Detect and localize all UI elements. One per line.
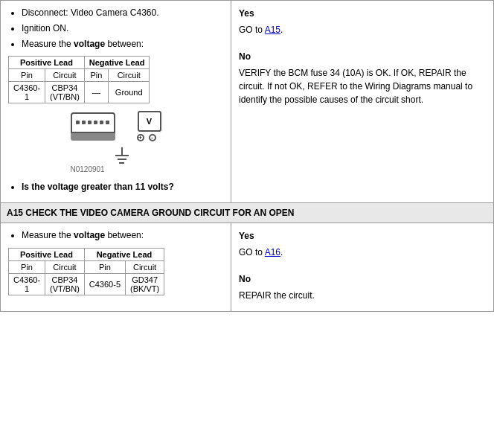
positive-lead-header-2: Positive Lead: [9, 248, 85, 260]
cell-circuit-val-1-2: CBP34(VT/BN): [45, 273, 85, 295]
bold-voltage: voltage: [74, 39, 105, 49]
yes-label-2: Yes: [239, 229, 486, 243]
row-2: A15 CHECK THE VIDEO CAMERA GROUND CIRCUI…: [1, 203, 493, 311]
lead-table-2: Positive Lead Negative Lead Pin Circuit …: [8, 248, 164, 295]
left-col-1: Disconnect: Video Camera C4360. Ignition…: [1, 1, 231, 202]
col-circuit-1: Circuit: [45, 69, 85, 82]
table-subheader-row: Pin Circuit Pin Circuit: [9, 69, 150, 82]
row-2-content: Measure the voltage between: Positive Le…: [1, 223, 493, 311]
col-pin-2: Pin: [84, 69, 108, 82]
yes-action-2: GO to A16.: [239, 246, 486, 259]
negative-lead-header-2: Negative Lead: [84, 248, 164, 260]
bullet-measure-2: Measure the voltage between:: [22, 229, 223, 242]
bullet-item: Disconnect: Video Camera C4360.: [22, 7, 223, 19]
ground-symbol: [115, 147, 129, 164]
negative-lead-header: Negative Lead: [84, 57, 150, 69]
yes-link-1[interactable]: A15: [265, 25, 280, 35]
no-action-2: REPAIR the circuit.: [239, 289, 486, 302]
main-container: Disconnect: Video Camera C4360. Ignition…: [0, 0, 494, 312]
voltage-question: Is the voltage greater than 11 volts?: [8, 181, 223, 193]
table-subheader-row-2: Pin Circuit Pin Circuit: [9, 260, 164, 273]
col-circuit-2-2: Circuit: [126, 260, 164, 273]
row-1: Disconnect: Video Camera C4360. Ignition…: [1, 1, 493, 203]
bold-voltage-2: voltage: [74, 230, 105, 240]
voltmeter-icon: V: [138, 111, 161, 132]
positive-lead-header: Positive Lead: [9, 57, 85, 69]
lead-table-1: Positive Lead Negative Lead Pin Circuit …: [8, 56, 150, 103]
col-circuit-2: Circuit: [109, 69, 150, 82]
bullet-item: Measure the voltage between:: [22, 38, 223, 51]
no-label-1: No: [239, 50, 486, 63]
bullet-list-1: Disconnect: Video Camera C4360. Ignition…: [8, 7, 223, 50]
right-col-2: Yes GO to A16. No REPAIR the circuit.: [231, 223, 493, 311]
table-header-row: Positive Lead Negative Lead: [9, 57, 150, 69]
yes-label-1: Yes: [239, 7, 486, 20]
cell-circuit-val-1: CBP34(VT/BN): [45, 82, 85, 103]
col-pin-1-2: Pin: [9, 260, 45, 273]
col-pin-2-2: Pin: [84, 260, 125, 273]
col-pin-1: Pin: [9, 69, 45, 82]
bullet-item: Ignition ON.: [22, 22, 223, 35]
no-label-2: No: [239, 272, 486, 286]
no-action-1: VERIFY the BCM fuse 34 (10A) is OK. If O…: [239, 66, 486, 106]
right-col-1: Yes GO to A15. No VERIFY the BCM fuse 34…: [231, 1, 493, 202]
section-header-a15: A15 CHECK THE VIDEO CAMERA GROUND CIRCUI…: [1, 203, 493, 223]
cell-circuit-val-2-2: GD347(BK/VT): [126, 273, 164, 295]
table-data-row-2: C4360-1 CBP34(VT/BN) C4360-5 GD347(BK/VT…: [9, 273, 164, 295]
bullet-list-2: Measure the voltage between:: [8, 229, 223, 242]
cell-pin-val-1: C4360-1: [9, 82, 45, 103]
yes-no-section-2: Yes GO to A16. No REPAIR the circuit.: [239, 229, 486, 302]
yes-no-section-1: Yes GO to A15. No VERIFY the BCM fuse 34…: [239, 7, 486, 106]
table-data-row: C4360-1 CBP34(VT/BN) — Ground: [9, 82, 150, 103]
yes-action-1: GO to A15.: [239, 23, 486, 36]
question-bold: Is the voltage greater than 11 volts?: [22, 182, 174, 192]
diagram-caption: N0120901: [71, 165, 105, 173]
cell-pin-val-2: —: [84, 82, 108, 103]
cell-pin-val-1-2: C4360-1: [9, 273, 45, 295]
left-col-2: Measure the voltage between: Positive Le…: [1, 223, 231, 311]
circuit-diagram: V + -: [8, 111, 223, 173]
table-header-row-2: Positive Lead Negative Lead: [9, 248, 164, 260]
cell-pin-val-2-2: C4360-5: [84, 273, 125, 295]
connector-icon: [71, 112, 115, 141]
yes-link-2[interactable]: A16: [265, 247, 280, 257]
col-circuit-1-2: Circuit: [45, 260, 85, 273]
cell-circuit-val-2: Ground: [109, 82, 150, 103]
